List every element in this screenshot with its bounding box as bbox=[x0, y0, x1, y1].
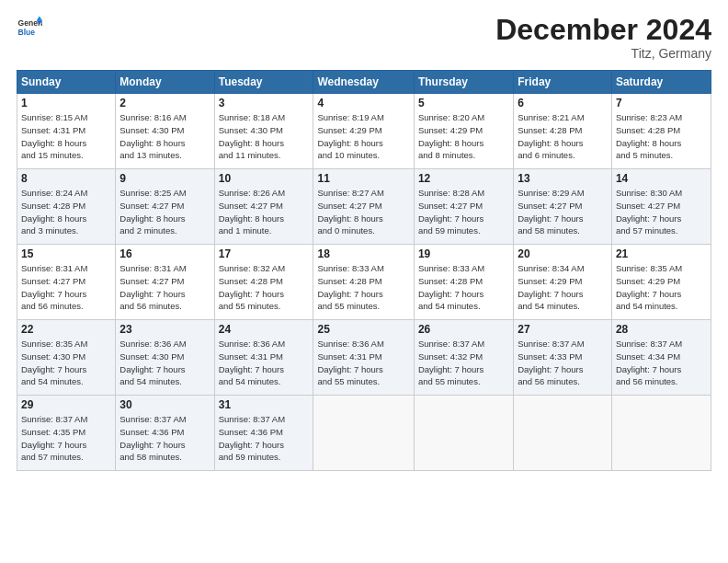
day-number: 18 bbox=[317, 247, 409, 260]
day-number: 31 bbox=[219, 398, 310, 411]
title-block: December 2024 Titz, Germany bbox=[495, 15, 711, 61]
table-row: 17Sunrise: 8:32 AMSunset: 4:28 PMDayligh… bbox=[214, 245, 313, 320]
calendar-week-row: 8Sunrise: 8:24 AMSunset: 4:28 PMDaylight… bbox=[17, 169, 711, 245]
day-info: Sunrise: 8:31 AMSunset: 4:27 PMDaylight:… bbox=[21, 262, 111, 313]
day-number: 9 bbox=[119, 172, 210, 185]
day-info: Sunrise: 8:37 AMSunset: 4:36 PMDaylight:… bbox=[119, 413, 210, 464]
day-info: Sunrise: 8:28 AMSunset: 4:27 PMDaylight:… bbox=[418, 187, 509, 237]
calendar-week-row: 1Sunrise: 8:15 AMSunset: 4:31 PMDaylight… bbox=[17, 94, 711, 169]
day-number: 25 bbox=[317, 323, 409, 336]
table-row: 23Sunrise: 8:36 AMSunset: 4:30 PMDayligh… bbox=[116, 320, 214, 396]
day-number: 7 bbox=[616, 97, 707, 109]
table-row: 7Sunrise: 8:23 AMSunset: 4:28 PMDaylight… bbox=[611, 94, 711, 169]
day-number: 12 bbox=[418, 172, 509, 185]
table-row bbox=[611, 396, 711, 471]
day-info: Sunrise: 8:27 AMSunset: 4:27 PMDaylight:… bbox=[317, 187, 409, 237]
day-number: 26 bbox=[418, 323, 509, 336]
location-subtitle: Titz, Germany bbox=[495, 46, 711, 61]
day-info: Sunrise: 8:16 AMSunset: 4:30 PMDaylight:… bbox=[119, 111, 210, 162]
table-row: 10Sunrise: 8:26 AMSunset: 4:27 PMDayligh… bbox=[214, 169, 313, 245]
day-number: 14 bbox=[616, 172, 707, 185]
col-monday: Monday bbox=[116, 71, 214, 94]
day-info: Sunrise: 8:24 AMSunset: 4:28 PMDaylight:… bbox=[21, 187, 111, 237]
calendar-table: Sunday Monday Tuesday Wednesday Thursday… bbox=[17, 70, 711, 471]
day-number: 23 bbox=[119, 323, 210, 336]
day-number: 2 bbox=[119, 97, 210, 109]
day-info: Sunrise: 8:21 AMSunset: 4:28 PMDaylight:… bbox=[518, 111, 608, 162]
page-header: General Blue December 2024 Titz, Germany bbox=[17, 15, 711, 61]
day-info: Sunrise: 8:25 AMSunset: 4:27 PMDaylight:… bbox=[119, 187, 210, 237]
table-row: 28Sunrise: 8:37 AMSunset: 4:34 PMDayligh… bbox=[611, 320, 711, 396]
day-info: Sunrise: 8:37 AMSunset: 4:32 PMDaylight:… bbox=[418, 338, 509, 388]
day-info: Sunrise: 8:31 AMSunset: 4:27 PMDaylight:… bbox=[119, 262, 210, 313]
col-thursday: Thursday bbox=[414, 71, 513, 94]
table-row: 18Sunrise: 8:33 AMSunset: 4:28 PMDayligh… bbox=[313, 245, 414, 320]
table-row bbox=[514, 396, 612, 471]
day-info: Sunrise: 8:15 AMSunset: 4:31 PMDaylight:… bbox=[21, 111, 111, 162]
table-row: 19Sunrise: 8:33 AMSunset: 4:28 PMDayligh… bbox=[414, 245, 513, 320]
col-sunday: Sunday bbox=[17, 71, 116, 94]
day-number: 24 bbox=[219, 323, 310, 336]
table-row bbox=[313, 396, 414, 471]
table-row: 8Sunrise: 8:24 AMSunset: 4:28 PMDaylight… bbox=[17, 169, 116, 245]
table-row: 3Sunrise: 8:18 AMSunset: 4:30 PMDaylight… bbox=[214, 94, 313, 169]
day-number: 29 bbox=[21, 398, 111, 411]
day-number: 19 bbox=[418, 247, 509, 260]
col-wednesday: Wednesday bbox=[313, 71, 414, 94]
table-row: 27Sunrise: 8:37 AMSunset: 4:33 PMDayligh… bbox=[514, 320, 612, 396]
day-info: Sunrise: 8:37 AMSunset: 4:36 PMDaylight:… bbox=[219, 413, 310, 464]
day-info: Sunrise: 8:30 AMSunset: 4:27 PMDaylight:… bbox=[616, 187, 707, 237]
day-number: 11 bbox=[317, 172, 409, 185]
table-row: 5Sunrise: 8:20 AMSunset: 4:29 PMDaylight… bbox=[414, 94, 513, 169]
table-row: 30Sunrise: 8:37 AMSunset: 4:36 PMDayligh… bbox=[116, 396, 214, 471]
col-tuesday: Tuesday bbox=[214, 71, 313, 94]
table-row: 11Sunrise: 8:27 AMSunset: 4:27 PMDayligh… bbox=[313, 169, 414, 245]
day-number: 6 bbox=[518, 97, 608, 109]
calendar-header-row: Sunday Monday Tuesday Wednesday Thursday… bbox=[17, 71, 711, 94]
day-info: Sunrise: 8:18 AMSunset: 4:30 PMDaylight:… bbox=[219, 111, 310, 162]
table-row bbox=[414, 396, 513, 471]
table-row: 29Sunrise: 8:37 AMSunset: 4:35 PMDayligh… bbox=[17, 396, 116, 471]
day-info: Sunrise: 8:37 AMSunset: 4:34 PMDaylight:… bbox=[616, 338, 707, 388]
table-row: 6Sunrise: 8:21 AMSunset: 4:28 PMDaylight… bbox=[514, 94, 612, 169]
calendar-week-row: 29Sunrise: 8:37 AMSunset: 4:35 PMDayligh… bbox=[17, 396, 711, 471]
day-number: 8 bbox=[21, 172, 111, 185]
svg-text:Blue: Blue bbox=[18, 28, 36, 37]
table-row: 26Sunrise: 8:37 AMSunset: 4:32 PMDayligh… bbox=[414, 320, 513, 396]
day-number: 28 bbox=[616, 323, 707, 336]
day-info: Sunrise: 8:29 AMSunset: 4:27 PMDaylight:… bbox=[518, 187, 608, 237]
day-info: Sunrise: 8:26 AMSunset: 4:27 PMDaylight:… bbox=[219, 187, 310, 237]
day-number: 13 bbox=[518, 172, 608, 185]
table-row: 15Sunrise: 8:31 AMSunset: 4:27 PMDayligh… bbox=[17, 245, 116, 320]
table-row: 14Sunrise: 8:30 AMSunset: 4:27 PMDayligh… bbox=[611, 169, 711, 245]
day-number: 5 bbox=[418, 97, 509, 109]
table-row: 13Sunrise: 8:29 AMSunset: 4:27 PMDayligh… bbox=[514, 169, 612, 245]
table-row: 16Sunrise: 8:31 AMSunset: 4:27 PMDayligh… bbox=[116, 245, 214, 320]
day-info: Sunrise: 8:32 AMSunset: 4:28 PMDaylight:… bbox=[219, 262, 310, 313]
day-number: 15 bbox=[21, 247, 111, 260]
table-row: 25Sunrise: 8:36 AMSunset: 4:31 PMDayligh… bbox=[313, 320, 414, 396]
day-number: 20 bbox=[518, 247, 608, 260]
table-row: 2Sunrise: 8:16 AMSunset: 4:30 PMDaylight… bbox=[116, 94, 214, 169]
day-info: Sunrise: 8:33 AMSunset: 4:28 PMDaylight:… bbox=[317, 262, 409, 313]
day-info: Sunrise: 8:37 AMSunset: 4:35 PMDaylight:… bbox=[21, 413, 111, 464]
table-row: 1Sunrise: 8:15 AMSunset: 4:31 PMDaylight… bbox=[17, 94, 116, 169]
table-row: 31Sunrise: 8:37 AMSunset: 4:36 PMDayligh… bbox=[214, 396, 313, 471]
table-row: 24Sunrise: 8:36 AMSunset: 4:31 PMDayligh… bbox=[214, 320, 313, 396]
day-number: 27 bbox=[518, 323, 608, 336]
day-number: 17 bbox=[219, 247, 310, 260]
day-number: 22 bbox=[21, 323, 111, 336]
table-row: 21Sunrise: 8:35 AMSunset: 4:29 PMDayligh… bbox=[611, 245, 711, 320]
day-info: Sunrise: 8:20 AMSunset: 4:29 PMDaylight:… bbox=[418, 111, 509, 162]
day-info: Sunrise: 8:23 AMSunset: 4:28 PMDaylight:… bbox=[616, 111, 707, 162]
day-number: 1 bbox=[21, 97, 111, 109]
day-number: 21 bbox=[616, 247, 707, 260]
logo-icon: General Blue bbox=[17, 15, 42, 40]
page-title: December 2024 bbox=[495, 15, 711, 44]
day-number: 3 bbox=[219, 97, 310, 109]
day-number: 30 bbox=[119, 398, 210, 411]
table-row: 22Sunrise: 8:35 AMSunset: 4:30 PMDayligh… bbox=[17, 320, 116, 396]
calendar-week-row: 15Sunrise: 8:31 AMSunset: 4:27 PMDayligh… bbox=[17, 245, 711, 320]
table-row: 4Sunrise: 8:19 AMSunset: 4:29 PMDaylight… bbox=[313, 94, 414, 169]
col-saturday: Saturday bbox=[611, 71, 711, 94]
